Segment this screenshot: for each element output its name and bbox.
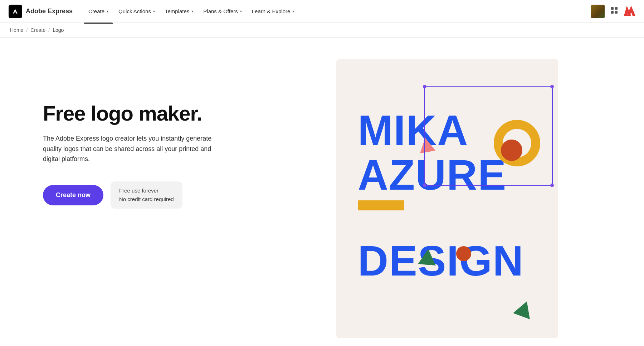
free-line2: No credit card required (119, 195, 174, 204)
nav-items: Create ▾ Quick Actions ▾ Templates ▾ Pla… (84, 5, 591, 17)
nav-right (591, 5, 635, 18)
breadcrumb: Home / Create / Logo (0, 23, 644, 38)
svg-rect-1 (611, 7, 614, 10)
hero-actions: Create now Free use forever No credit ca… (43, 181, 250, 209)
svg-rect-3 (611, 11, 614, 14)
chevron-down-icon: ▾ (191, 9, 193, 13)
navbar: Adobe Express Create ▾ Quick Actions ▾ T… (0, 0, 644, 23)
free-line1: Free use forever (119, 186, 174, 195)
hero-description: The Adobe Express logo creator lets you … (43, 133, 229, 164)
green-triangle-bottom-right-shape (513, 298, 535, 319)
chevron-down-icon: ▾ (107, 9, 108, 13)
logo-text-mika: MIKA (358, 109, 469, 151)
main-content: Free logo maker. The Adobe Express logo … (0, 38, 644, 346)
hero-right: MIKA AZURE DESIGN (279, 59, 615, 338)
yellow-bar-shape (358, 200, 404, 210)
avatar[interactable] (591, 5, 605, 18)
pink-triangle-shape (418, 136, 435, 153)
green-triangle-bottom-left-shape (418, 248, 437, 265)
breadcrumb-create[interactable]: Create (30, 27, 45, 33)
nav-item-plans-offers[interactable]: Plans & Offers ▾ (199, 5, 246, 17)
adobe-express-icon (9, 5, 22, 18)
nav-logo-text: Adobe Express (26, 8, 73, 15)
logo-preview-card: MIKA AZURE DESIGN (336, 59, 558, 338)
breadcrumb-sep-2: / (48, 27, 50, 33)
chevron-down-icon: ▾ (153, 9, 155, 13)
logo-artwork: MIKA AZURE DESIGN (336, 59, 558, 338)
hero-left: Free logo maker. The Adobe Express logo … (43, 59, 250, 209)
nav-item-templates[interactable]: Templates ▾ (161, 5, 197, 17)
nav-item-create[interactable]: Create ▾ (84, 5, 113, 17)
create-now-button[interactable]: Create now (43, 185, 103, 205)
selection-handle-tr (550, 85, 554, 88)
orange-dot-shape (456, 246, 471, 261)
breadcrumb-current: Logo (53, 27, 64, 33)
free-badge: Free use forever No credit card required (111, 181, 182, 209)
chevron-down-icon: ▾ (240, 9, 242, 13)
nav-item-quick-actions[interactable]: Quick Actions ▾ (114, 5, 159, 17)
selection-handle-tl (423, 85, 426, 88)
adobe-logo-icon[interactable] (624, 6, 635, 17)
chevron-down-icon: ▾ (292, 9, 294, 13)
breadcrumb-home[interactable]: Home (10, 27, 23, 33)
svg-rect-4 (615, 11, 618, 14)
nav-logo[interactable]: Adobe Express (9, 5, 73, 18)
grid-icon[interactable] (610, 6, 618, 16)
logo-text-azure: AZURE (358, 154, 507, 196)
logo-text-design: DESIGN (358, 240, 524, 282)
breadcrumb-sep-1: / (26, 27, 28, 33)
nav-item-learn-explore[interactable]: Learn & Explore ▾ (248, 5, 299, 17)
hero-title: Free logo maker. (43, 102, 250, 125)
orange-circle-shape (501, 140, 522, 161)
svg-rect-2 (615, 7, 618, 10)
selection-handle-br (550, 184, 554, 187)
